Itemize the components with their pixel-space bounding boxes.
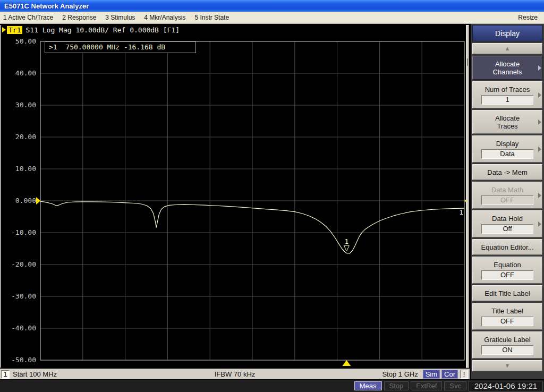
- marker-stimulus-triangle[interactable]: [342, 360, 351, 366]
- menu-item-resize[interactable]: Resize: [518, 14, 544, 21]
- status-indicator-stop: Stop: [384, 381, 409, 390]
- softkey-label: Data Math: [477, 186, 538, 194]
- channel-status-bar: 1 Start 100 MHz IFBW 70 kHz Stop 1 GHz S…: [0, 369, 470, 379]
- softkey-label: Allocate: [477, 60, 538, 68]
- softkey-label: Data -> Mem: [477, 168, 538, 176]
- ref-level-triangle-left: [36, 197, 40, 204]
- softkey-equation-editor[interactable]: Equation Editor...: [472, 239, 542, 255]
- screen-bezel-left: [0, 25, 1, 368]
- s11-plot: 50.0040.0030.0020.0010.000.000-10.00-20.…: [0, 24, 471, 369]
- y-axis-tick-label: 50.00: [15, 37, 36, 45]
- ifbw-label: IFBW 70 kHz: [0, 370, 470, 378]
- splitter-handle: [467, 58, 468, 66]
- softkey-value: Off: [481, 224, 533, 234]
- title-bar: E5071C Network Analyzer: [0, 0, 544, 12]
- softkey-edit-title-label[interactable]: Edit Title Label: [472, 285, 542, 301]
- softkey-data-math[interactable]: Data MathOFF: [472, 182, 542, 209]
- active-trace-arrow-icon: [2, 27, 6, 32]
- active-trace-label[interactable]: Tr1: [7, 26, 22, 34]
- submenu-arrow-icon: [538, 193, 541, 198]
- softkey-label: Allocate: [477, 114, 538, 122]
- y-axis-tick-label: -10.00: [11, 228, 36, 236]
- trace-end-number: 1: [459, 209, 463, 216]
- menu-item-5[interactable]: 5 Instr State: [194, 14, 229, 21]
- softkey-label: Channels: [477, 68, 538, 76]
- status-indicators: MeasStopExtRefSvc: [354, 381, 469, 391]
- y-axis-tick-label: -50.00: [11, 356, 36, 364]
- softkey-label: Num of Traces: [477, 86, 538, 93]
- instrument-status-bar: MeasStopExtRefSvc 2024-01-06 19:21: [0, 379, 544, 392]
- submenu-arrow-icon: [538, 92, 541, 98]
- y-axis-tick-label: 40.00: [15, 69, 36, 77]
- softkey-value: OFF: [481, 317, 533, 326]
- softkey-allocate-traces[interactable]: AllocateTraces: [472, 110, 542, 134]
- softkey-value: OFF: [481, 195, 533, 205]
- softkey-label: Edit Title Label: [477, 289, 538, 297]
- submenu-arrow-icon: [538, 120, 541, 125]
- softkey-title-label[interactable]: Title LabelOFF: [472, 303, 542, 330]
- softkey-data-hold[interactable]: Data HoldOff: [472, 210, 542, 237]
- submenu-arrow-icon: [538, 147, 541, 152]
- y-axis-tick-label: -30.00: [11, 292, 36, 300]
- softkey-equation[interactable]: EquationOFF: [472, 257, 542, 284]
- softkey-value: OFF: [481, 270, 533, 280]
- trace-status-line: Tr1 S11 Log Mag 10.00dB/ Ref 0.000dB [F1…: [2, 25, 180, 35]
- softkey-list: AllocateChannelsNum of Traces1AllocateTr…: [471, 56, 544, 359]
- status-indicator-meas: Meas: [354, 381, 382, 390]
- softkey-menu-title: Display: [472, 25, 542, 41]
- network-analyzer-window: E5071C Network Analyzer 1 Active Ch/Trac…: [0, 0, 544, 392]
- softkey-display-data[interactable]: DisplayData: [472, 135, 542, 163]
- softkey-label: Title Label: [477, 307, 538, 315]
- status-indicator-extref: ExtRef: [411, 381, 442, 390]
- screen-softkey-splitter[interactable]: [466, 25, 469, 368]
- softkey-value: ON: [481, 345, 533, 355]
- y-axis-tick-label: 10.00: [15, 165, 36, 173]
- y-axis-tick-label: 20.00: [15, 133, 36, 141]
- scroll-down-icon: ▼: [505, 362, 511, 369]
- menu-item-1[interactable]: 1 Active Ch/Trace: [3, 14, 53, 21]
- window-title: E5071C Network Analyzer: [4, 2, 89, 10]
- softkey-label: Equation Editor...: [477, 243, 538, 251]
- submenu-arrow-icon: [538, 65, 541, 71]
- instrument-screen: 50.0040.0030.0020.0010.000.000-10.00-20.…: [0, 24, 471, 379]
- softkey-label: Graticule Label: [477, 336, 538, 344]
- menu-item-4[interactable]: 4 Mkr/Analysis: [144, 14, 185, 21]
- y-axis-tick-label: 30.00: [15, 101, 36, 109]
- marker-1-number: 1: [344, 237, 348, 245]
- softkey-panel: Display ▲ AllocateChannelsNum of Traces1…: [471, 24, 544, 379]
- trace-format-text: S11 Log Mag 10.00dB/ Ref 0.000dB [F1]: [26, 26, 180, 34]
- menu-item-3[interactable]: 3 Stimulus: [105, 14, 135, 21]
- menu-item-2[interactable]: 2 Response: [62, 14, 96, 21]
- menu-bar: 1 Active Ch/Trace2 Response3 Stimulus4 M…: [0, 12, 544, 24]
- softkey-data-to-mem[interactable]: Data -> Mem: [472, 164, 542, 180]
- softkey-scroll-up-button[interactable]: ▲: [472, 43, 542, 54]
- softkey-label: Traces: [477, 122, 538, 130]
- y-axis-tick-label: -20.00: [11, 260, 36, 268]
- datetime-display: 2024-01-06 19:21: [469, 381, 543, 391]
- status-indicator-svc: Svc: [444, 381, 466, 390]
- y-axis-tick-label: 0.000: [15, 197, 36, 204]
- marker-readout: >1 750.00000 MHz -16.168 dB: [45, 41, 196, 53]
- softkey-scroll-down-button[interactable]: ▼: [472, 360, 542, 371]
- softkey-value: 1: [481, 95, 533, 105]
- scroll-up-icon: ▲: [505, 45, 511, 52]
- softkey-allocate-channels[interactable]: AllocateChannels: [472, 56, 542, 80]
- softkey-value: Data: [481, 149, 533, 159]
- y-axis-tick-label: -40.00: [11, 324, 36, 332]
- softkey-label: Display: [477, 140, 538, 148]
- marker-1-triangle[interactable]: [344, 245, 349, 251]
- softkey-num-of-traces[interactable]: Num of Traces1: [472, 81, 542, 108]
- softkey-label: Equation: [477, 261, 538, 269]
- softkey-graticule-label[interactable]: Graticule LabelON: [472, 331, 542, 359]
- softkey-label: Data Hold: [477, 215, 538, 223]
- submenu-arrow-icon: [538, 221, 541, 227]
